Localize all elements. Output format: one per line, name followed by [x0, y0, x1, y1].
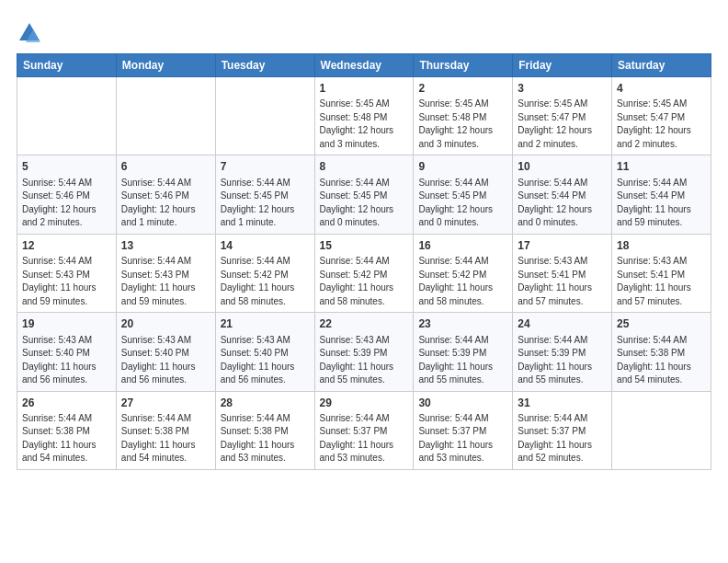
day-cell-2: 2Sunrise: 5:45 AMSunset: 5:48 PMDaylight…: [414, 77, 513, 155]
day-cell-1: 1Sunrise: 5:45 AMSunset: 5:48 PMDaylight…: [314, 77, 414, 155]
day-info: Sunrise: 5:44 AMSunset: 5:38 PMDaylight:…: [617, 334, 706, 387]
day-number: 5: [22, 159, 111, 175]
day-info: Sunrise: 5:45 AMSunset: 5:48 PMDaylight:…: [320, 98, 409, 151]
day-number: 12: [22, 238, 111, 254]
day-cell-22: 22Sunrise: 5:43 AMSunset: 5:39 PMDayligh…: [314, 313, 414, 391]
day-info: Sunrise: 5:44 AMSunset: 5:43 PMDaylight:…: [22, 255, 111, 308]
day-cell-18: 18Sunrise: 5:43 AMSunset: 5:41 PMDayligh…: [612, 234, 711, 312]
day-number: 28: [221, 396, 310, 411]
day-info: Sunrise: 5:43 AMSunset: 5:40 PMDaylight:…: [22, 334, 111, 387]
week-row-3: 19Sunrise: 5:43 AMSunset: 5:40 PMDayligh…: [17, 313, 711, 391]
weekday-header-row: SundayMondayTuesdayWednesdayThursdayFrid…: [17, 54, 711, 77]
day-cell-26: 26Sunrise: 5:44 AMSunset: 5:38 PMDayligh…: [17, 391, 117, 469]
day-cell-21: 21Sunrise: 5:43 AMSunset: 5:40 PMDayligh…: [215, 313, 314, 391]
day-number: 24: [518, 316, 607, 332]
day-info: Sunrise: 5:44 AMSunset: 5:38 PMDaylight:…: [121, 412, 210, 465]
day-cell-9: 9Sunrise: 5:44 AMSunset: 5:45 PMDaylight…: [414, 155, 513, 234]
day-number: 23: [418, 316, 507, 332]
day-number: 14: [221, 238, 310, 254]
week-row-1: 5Sunrise: 5:44 AMSunset: 5:46 PMDaylight…: [17, 155, 711, 234]
day-info: Sunrise: 5:45 AMSunset: 5:48 PMDaylight:…: [418, 98, 507, 151]
weekday-friday: Friday: [513, 54, 612, 77]
day-number: 10: [518, 159, 607, 175]
day-number: 9: [418, 159, 507, 175]
day-info: Sunrise: 5:45 AMSunset: 5:47 PMDaylight:…: [617, 98, 706, 151]
day-number: 31: [518, 396, 607, 411]
day-cell-24: 24Sunrise: 5:44 AMSunset: 5:39 PMDayligh…: [513, 313, 612, 391]
day-cell-17: 17Sunrise: 5:43 AMSunset: 5:41 PMDayligh…: [513, 234, 612, 312]
day-number: 11: [617, 159, 706, 175]
weekday-sunday: Sunday: [17, 54, 117, 77]
day-cell-20: 20Sunrise: 5:43 AMSunset: 5:40 PMDayligh…: [116, 313, 215, 391]
day-cell-15: 15Sunrise: 5:44 AMSunset: 5:42 PMDayligh…: [314, 234, 414, 312]
day-info: Sunrise: 5:44 AMSunset: 5:45 PMDaylight:…: [221, 177, 310, 230]
day-info: Sunrise: 5:44 AMSunset: 5:38 PMDaylight:…: [221, 412, 310, 465]
week-row-4: 26Sunrise: 5:44 AMSunset: 5:38 PMDayligh…: [17, 391, 711, 469]
empty-cell: [612, 391, 711, 469]
header: [17, 17, 711, 46]
day-number: 30: [418, 396, 507, 411]
day-info: Sunrise: 5:44 AMSunset: 5:42 PMDaylight:…: [221, 255, 310, 308]
day-cell-14: 14Sunrise: 5:44 AMSunset: 5:42 PMDayligh…: [215, 234, 314, 312]
day-number: 17: [518, 238, 607, 254]
day-cell-19: 19Sunrise: 5:43 AMSunset: 5:40 PMDayligh…: [17, 313, 117, 391]
day-info: Sunrise: 5:43 AMSunset: 5:40 PMDaylight:…: [221, 334, 310, 387]
day-info: Sunrise: 5:43 AMSunset: 5:39 PMDaylight:…: [320, 334, 409, 387]
day-cell-29: 29Sunrise: 5:44 AMSunset: 5:37 PMDayligh…: [314, 391, 414, 469]
day-cell-31: 31Sunrise: 5:44 AMSunset: 5:37 PMDayligh…: [513, 391, 612, 469]
day-number: 3: [518, 81, 607, 97]
day-info: Sunrise: 5:43 AMSunset: 5:41 PMDaylight:…: [518, 255, 607, 308]
day-cell-6: 6Sunrise: 5:44 AMSunset: 5:46 PMDaylight…: [116, 155, 215, 234]
empty-cell: [116, 77, 215, 155]
day-cell-30: 30Sunrise: 5:44 AMSunset: 5:37 PMDayligh…: [414, 391, 513, 469]
calendar-page: SundayMondayTuesdayWednesdayThursdayFrid…: [0, 0, 728, 479]
day-cell-27: 27Sunrise: 5:44 AMSunset: 5:38 PMDayligh…: [116, 391, 215, 469]
day-info: Sunrise: 5:44 AMSunset: 5:39 PMDaylight:…: [518, 334, 607, 387]
day-cell-10: 10Sunrise: 5:44 AMSunset: 5:44 PMDayligh…: [513, 155, 612, 234]
day-number: 1: [320, 81, 409, 97]
day-info: Sunrise: 5:44 AMSunset: 5:46 PMDaylight:…: [121, 177, 210, 230]
day-info: Sunrise: 5:44 AMSunset: 5:39 PMDaylight:…: [418, 334, 507, 387]
day-cell-7: 7Sunrise: 5:44 AMSunset: 5:45 PMDaylight…: [215, 155, 314, 234]
weekday-thursday: Thursday: [414, 54, 513, 77]
day-number: 16: [418, 238, 507, 254]
day-number: 6: [121, 159, 210, 175]
day-info: Sunrise: 5:44 AMSunset: 5:37 PMDaylight:…: [418, 412, 507, 465]
day-cell-3: 3Sunrise: 5:45 AMSunset: 5:47 PMDaylight…: [513, 77, 612, 155]
day-info: Sunrise: 5:44 AMSunset: 5:45 PMDaylight:…: [418, 177, 507, 230]
day-number: 25: [617, 316, 706, 332]
day-number: 21: [221, 316, 310, 332]
day-cell-4: 4Sunrise: 5:45 AMSunset: 5:47 PMDaylight…: [612, 77, 711, 155]
day-number: 20: [121, 316, 210, 332]
logo-icon: [17, 20, 42, 46]
day-cell-25: 25Sunrise: 5:44 AMSunset: 5:38 PMDayligh…: [612, 313, 711, 391]
day-cell-28: 28Sunrise: 5:44 AMSunset: 5:38 PMDayligh…: [215, 391, 314, 469]
day-info: Sunrise: 5:44 AMSunset: 5:44 PMDaylight:…: [518, 177, 607, 230]
day-number: 13: [121, 238, 210, 254]
day-cell-11: 11Sunrise: 5:44 AMSunset: 5:44 PMDayligh…: [612, 155, 711, 234]
day-number: 15: [320, 238, 409, 254]
day-number: 26: [22, 396, 111, 411]
day-number: 7: [221, 159, 310, 175]
day-number: 22: [320, 316, 409, 332]
logo: [17, 20, 44, 46]
day-cell-12: 12Sunrise: 5:44 AMSunset: 5:43 PMDayligh…: [17, 234, 117, 312]
weekday-tuesday: Tuesday: [215, 54, 314, 77]
day-number: 2: [418, 81, 507, 97]
day-info: Sunrise: 5:44 AMSunset: 5:42 PMDaylight:…: [320, 255, 409, 308]
day-number: 8: [320, 159, 409, 175]
empty-cell: [17, 77, 117, 155]
day-number: 19: [22, 316, 111, 332]
day-info: Sunrise: 5:44 AMSunset: 5:44 PMDaylight:…: [617, 177, 706, 230]
day-info: Sunrise: 5:45 AMSunset: 5:47 PMDaylight:…: [518, 98, 607, 151]
day-info: Sunrise: 5:43 AMSunset: 5:41 PMDaylight:…: [617, 255, 706, 308]
weekday-saturday: Saturday: [612, 54, 711, 77]
day-info: Sunrise: 5:44 AMSunset: 5:38 PMDaylight:…: [22, 412, 111, 465]
day-cell-16: 16Sunrise: 5:44 AMSunset: 5:42 PMDayligh…: [414, 234, 513, 312]
weekday-wednesday: Wednesday: [314, 54, 414, 77]
empty-cell: [215, 77, 314, 155]
day-cell-13: 13Sunrise: 5:44 AMSunset: 5:43 PMDayligh…: [116, 234, 215, 312]
day-cell-5: 5Sunrise: 5:44 AMSunset: 5:46 PMDaylight…: [17, 155, 117, 234]
week-row-0: 1Sunrise: 5:45 AMSunset: 5:48 PMDaylight…: [17, 77, 711, 155]
day-number: 29: [320, 396, 409, 411]
